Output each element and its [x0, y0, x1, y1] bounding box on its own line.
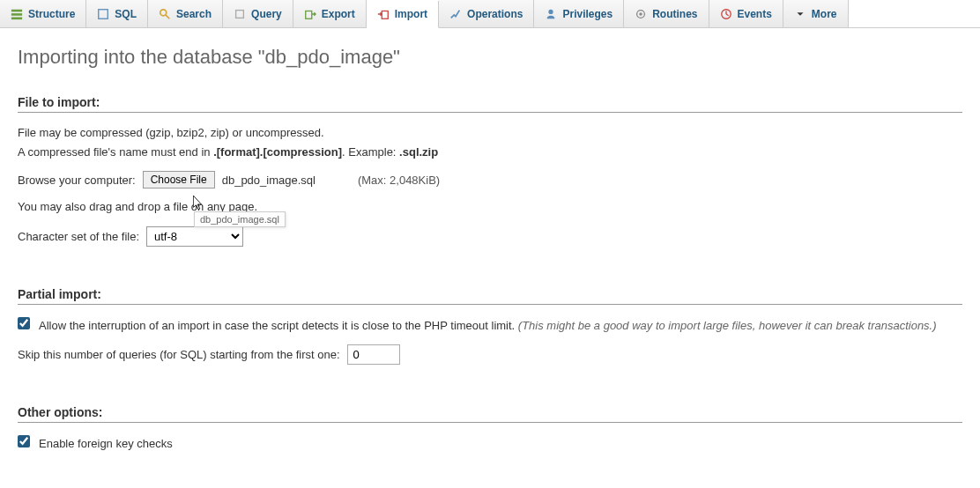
file-section-header: File to import: [18, 95, 962, 113]
routines-icon [635, 8, 647, 20]
selected-filename: db_pdo_image.sql [222, 174, 316, 187]
allow-interrupt-checkbox[interactable] [18, 317, 30, 329]
svg-rect-6 [236, 10, 244, 18]
file-tooltip: db_pdo_image.sql [194, 211, 286, 227]
allow-interrupt-row: Allow the interruption of an import in c… [18, 317, 962, 335]
charset-select[interactable]: utf-8 [146, 226, 243, 247]
tab-search[interactable]: Search [148, 0, 223, 27]
partial-section-header: Partial import: [18, 287, 962, 305]
skip-label: Skip this number of queries (for SQL) st… [18, 348, 340, 361]
import-icon [377, 8, 390, 20]
tab-import[interactable]: Import [367, 1, 439, 28]
choose-file-button[interactable]: Choose File [143, 171, 215, 189]
tab-label: More [812, 8, 837, 20]
svg-point-4 [160, 9, 167, 15]
fk-row: Enable foreign key checks [18, 435, 962, 453]
tab-label: Privileges [562, 8, 612, 20]
tab-label: Search [176, 8, 212, 20]
tab-query[interactable]: Query [223, 0, 293, 27]
content-area: Importing into the database "db_pdo_imag… [0, 28, 980, 488]
browse-row: Browse your computer: Choose File db_pdo… [18, 171, 962, 189]
skip-row: Skip this number of queries (for SQL) st… [18, 344, 962, 365]
tab-structure[interactable]: Structure [0, 0, 86, 27]
charset-label: Character set of the file: [18, 230, 139, 243]
tab-label: SQL [115, 8, 137, 20]
privileges-icon [545, 8, 557, 20]
tabs-bar: Structure SQL Search Query Export Import… [0, 0, 980, 28]
tab-label: Events [738, 8, 772, 20]
file-import-section: File to import: File may be compressed (… [18, 95, 962, 262]
tab-operations[interactable]: Operations [439, 0, 534, 27]
tab-sql[interactable]: SQL [86, 0, 148, 27]
tab-privileges[interactable]: Privileges [534, 0, 624, 27]
tab-export[interactable]: Export [293, 0, 367, 27]
skip-input[interactable] [347, 344, 400, 365]
tab-label: Import [395, 8, 427, 20]
allow-interrupt-label: Allow the interruption of an import in c… [39, 317, 937, 335]
browse-label: Browse your computer: [18, 174, 136, 187]
fk-label: Enable foreign key checks [39, 435, 173, 453]
charset-row: Character set of the file: utf-8 [18, 226, 962, 247]
other-options-section: Other options: Enable foreign key checks [18, 405, 962, 465]
svg-line-14 [726, 14, 729, 16]
tab-label: Routines [652, 8, 697, 20]
tab-events[interactable]: Events [709, 0, 783, 27]
sql-icon [97, 8, 109, 20]
svg-rect-1 [11, 13, 22, 16]
tab-label: Export [322, 8, 355, 20]
tab-label: Operations [467, 8, 523, 20]
name-rule: A compressed file's name must end in .[f… [18, 144, 962, 160]
svg-point-11 [639, 12, 642, 16]
drag-info: You may also drag and drop a file on any… [18, 199, 962, 215]
partial-import-section: Partial import: Allow the interruption o… [18, 287, 962, 381]
svg-rect-8 [382, 11, 388, 19]
svg-rect-2 [11, 17, 22, 19]
page-title: Importing into the database "db_pdo_imag… [18, 46, 962, 69]
operations-icon [449, 8, 462, 20]
svg-rect-0 [11, 9, 22, 11]
svg-point-9 [549, 9, 553, 13]
export-icon [304, 8, 316, 20]
events-icon [720, 8, 732, 20]
svg-rect-3 [99, 9, 108, 18]
tab-routines[interactable]: Routines [624, 0, 709, 27]
compress-info: File may be compressed (gzip, bzip2, zip… [18, 125, 962, 141]
structure-icon [11, 8, 23, 20]
tab-label: Query [251, 8, 282, 20]
search-icon [159, 8, 171, 20]
svg-line-5 [166, 14, 169, 18]
tab-more[interactable]: More [783, 0, 849, 27]
fk-checkbox[interactable] [18, 435, 30, 447]
query-icon [234, 8, 246, 20]
other-section-header: Other options: [18, 405, 962, 423]
svg-rect-7 [305, 11, 311, 18]
tab-label: Structure [28, 8, 75, 20]
max-size-hint: (Max: 2,048KiB) [358, 174, 440, 187]
more-icon [794, 8, 806, 20]
